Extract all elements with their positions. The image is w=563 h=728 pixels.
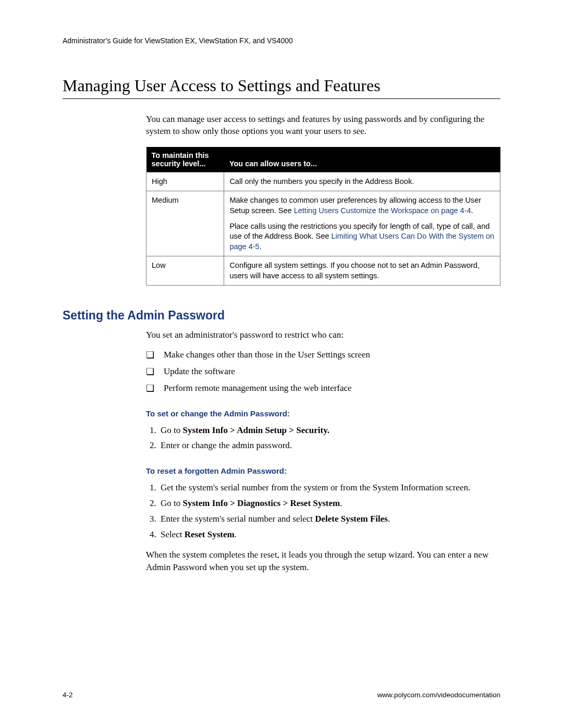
page-number: 4-2	[63, 691, 73, 699]
footer-url: www.polycom.com/videodocumentation	[377, 691, 500, 699]
page-footer: 4-2 www.polycom.com/videodocumentation	[63, 691, 500, 699]
step: Go to System Info > Admin Setup > Securi…	[158, 424, 500, 437]
table-row: Low Configure all system settings. If yo…	[146, 256, 500, 286]
ui-label: Reset System	[185, 529, 235, 539]
allow-cell: Make changes to common user preferences …	[224, 191, 500, 256]
lead-text: You set an administrator's password to r…	[146, 329, 500, 341]
menu-path: System Info > Diagnostics > Reset System	[183, 498, 340, 508]
list-item: Perform remote management using the web …	[146, 382, 500, 394]
text-fragment: Select	[161, 529, 185, 539]
allow-cell: Configure all system settings. If you ch…	[224, 256, 500, 286]
security-table: To maintain this security level... You c…	[146, 147, 500, 286]
running-header: Administrator's Guide for ViewStation EX…	[63, 36, 500, 45]
menu-path: System Info > Admin Setup > Security.	[183, 425, 330, 435]
text-fragment: .	[340, 498, 342, 508]
procedure-heading-reset: To reset a forgotten Admin Password:	[146, 465, 500, 476]
table-header-allow: You can allow users to...	[224, 147, 500, 172]
table-header-level: To maintain this security level...	[146, 147, 224, 172]
ui-label: Delete System Files	[315, 514, 388, 524]
steps-reset-password: Get the system's serial number from the …	[146, 482, 500, 540]
step: Select Reset System.	[158, 528, 500, 541]
text-fragment: .	[388, 514, 390, 524]
steps-set-password: Go to System Info > Admin Setup > Securi…	[146, 424, 500, 452]
level-cell: Medium	[146, 191, 224, 256]
document-page: Administrator's Guide for ViewStation EX…	[0, 0, 563, 614]
level-cell: High	[146, 172, 224, 191]
level-cell: Low	[146, 256, 224, 286]
page-title: Managing User Access to Settings and Fea…	[63, 76, 500, 99]
closing-paragraph: When the system completes the reset, it …	[146, 549, 500, 574]
allow-cell: Call only the numbers you specify in the…	[224, 172, 500, 191]
step: Enter or change the admin password.	[158, 439, 500, 452]
text-fragment: .	[471, 206, 473, 215]
table-row: High Call only the numbers you specify i…	[146, 172, 500, 191]
text-fragment: .	[235, 529, 237, 539]
intro-paragraph: You can manage user access to settings a…	[146, 114, 500, 138]
text-fragment: .	[260, 242, 262, 251]
text-fragment: Go to	[161, 425, 183, 435]
text-fragment: Go to	[161, 498, 183, 508]
step: Get the system's serial number from the …	[158, 482, 500, 494]
section-body: You set an administrator's password to r…	[146, 329, 500, 574]
table-row: Medium Make changes to common user prefe…	[146, 191, 500, 256]
link-customize-workspace[interactable]: Letting Users Customize the Workspace on…	[294, 206, 471, 215]
step: Enter the system's serial number and sel…	[158, 513, 500, 525]
procedure-heading-set: To set or change the Admin Password:	[146, 408, 500, 419]
text-fragment: Enter the system's serial number and sel…	[161, 514, 315, 524]
list-item: Update the software	[146, 365, 500, 378]
list-item: Make changes other than those in the Use…	[146, 349, 500, 361]
section-heading-admin-password: Setting the Admin Password	[63, 309, 500, 323]
restrict-list: Make changes other than those in the Use…	[146, 349, 500, 394]
step: Go to System Info > Diagnostics > Reset …	[158, 497, 500, 510]
